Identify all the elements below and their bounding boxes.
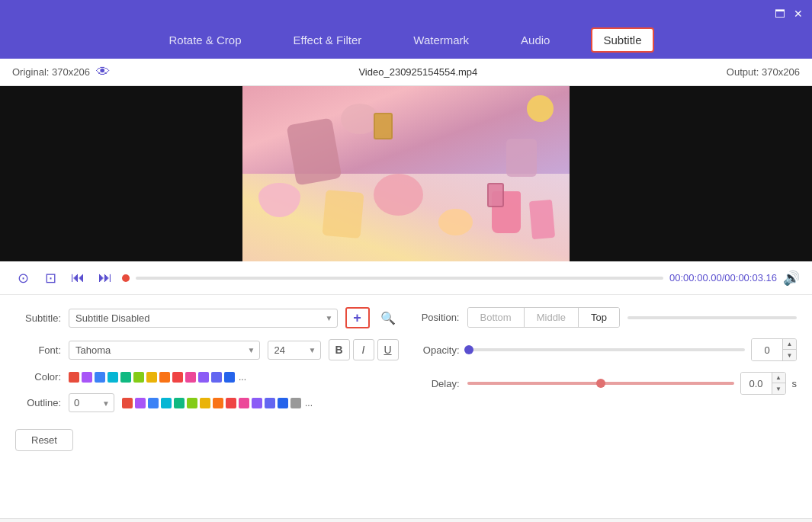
outline-swatch-6[interactable]: [187, 398, 197, 408]
color-swatch-13[interactable]: [224, 372, 235, 383]
video-right-black: [570, 86, 812, 261]
delay-row: Delay: ▲ ▼ s: [414, 372, 798, 395]
color-swatches: ...: [69, 372, 246, 383]
stop-button[interactable]: ⊡: [40, 267, 61, 289]
underline-button[interactable]: U: [377, 339, 399, 360]
color-swatch-7[interactable]: [146, 372, 157, 383]
position-slider[interactable]: [627, 316, 797, 319]
reset-button[interactable]: Reset: [15, 429, 73, 451]
italic-button[interactable]: I: [353, 339, 374, 360]
opacity-value-input[interactable]: [752, 339, 782, 360]
color-swatch-11[interactable]: [198, 372, 209, 383]
color-swatch-10[interactable]: [185, 372, 196, 383]
opacity-slider-row: ▲ ▼: [467, 338, 798, 361]
opacity-label: Opacity:: [414, 344, 460, 356]
subtitle-row: Subtitle: Subtitle Disabled Add Subtitle…: [15, 307, 399, 328]
color-swatch-6[interactable]: [133, 372, 144, 383]
outline-swatch-8[interactable]: [213, 398, 223, 408]
tab-effect-filter-label: Effect & Filter: [294, 34, 362, 46]
right-controls: Position: Bottom Middle Top Opacity:: [414, 307, 798, 506]
tab-subtitle-label: Subtitle: [603, 34, 641, 46]
outline-label: Outline:: [15, 397, 61, 408]
color-swatch-2[interactable]: [82, 372, 92, 383]
search-subtitle-button[interactable]: 🔍: [377, 307, 399, 328]
outline-swatch-9[interactable]: [226, 398, 236, 408]
font-label: Font:: [15, 344, 61, 356]
outline-swatch-13[interactable]: [278, 398, 288, 408]
progress-track[interactable]: [136, 277, 663, 280]
subtitle-label: Subtitle:: [15, 312, 61, 324]
position-middle-button[interactable]: Middle: [525, 308, 579, 327]
outline-color-more-button[interactable]: ...: [305, 398, 313, 408]
tab-rotate-crop[interactable]: Rotate & Crop: [158, 29, 252, 51]
outline-swatch-12[interactable]: [265, 398, 275, 408]
opacity-decrement-button[interactable]: ▼: [782, 350, 796, 360]
left-controls: Subtitle: Subtitle Disabled Add Subtitle…: [15, 307, 399, 506]
color-swatch-3[interactable]: [95, 372, 105, 383]
prev-button[interactable]: ⏮: [67, 267, 88, 289]
outline-swatch-4[interactable]: [161, 398, 172, 408]
delay-decrement-button[interactable]: ▼: [772, 383, 785, 394]
outline-row: Outline: 0 1 2 3 ▼: [15, 393, 399, 412]
add-subtitle-button[interactable]: +: [345, 307, 370, 328]
outline-swatch-7[interactable]: [200, 398, 210, 408]
opacity-spinner: ▲ ▼: [751, 338, 797, 361]
color-swatch-8[interactable]: [159, 372, 170, 383]
position-row: Position: Bottom Middle Top: [414, 307, 798, 328]
delay-spinner-buttons: ▲ ▼: [772, 373, 785, 394]
outline-swatch-14[interactable]: [290, 398, 301, 408]
outline-swatch-11[interactable]: [252, 398, 262, 408]
color-swatch-9[interactable]: [172, 372, 183, 383]
color-swatch-1[interactable]: [69, 372, 79, 383]
delay-slider-thumb: [596, 379, 605, 388]
outline-swatch-5[interactable]: [174, 398, 185, 408]
tab-subtitle[interactable]: Subtitle: [591, 27, 653, 53]
opacity-slider-track[interactable]: [467, 348, 746, 351]
position-bottom-button[interactable]: Bottom: [468, 308, 525, 327]
delay-unit-label: s: [792, 378, 798, 389]
position-slider-wrap: [627, 316, 797, 319]
outline-swatch-10[interactable]: [239, 398, 249, 408]
position-top-button[interactable]: Top: [579, 308, 619, 327]
color-label: Color:: [15, 371, 61, 383]
subtitle-select[interactable]: Subtitle Disabled Add Subtitle: [69, 309, 338, 328]
size-select[interactable]: 24 12 18 36: [268, 341, 321, 360]
opacity-row: Opacity: ▲ ▼: [414, 338, 798, 361]
bold-button[interactable]: B: [329, 339, 350, 360]
font-row: Font: Tahoma Arial Times New Roman ▼ 24 …: [15, 339, 399, 360]
delay-value-input[interactable]: [741, 373, 772, 394]
color-more-button[interactable]: ...: [239, 372, 246, 383]
reset-row: Reset: [15, 423, 399, 451]
color-swatch-12[interactable]: [211, 372, 222, 383]
color-swatch-4[interactable]: [108, 372, 118, 383]
tab-effect-filter[interactable]: Effect & Filter: [283, 29, 373, 51]
outline-swatch-3[interactable]: [148, 398, 159, 408]
tab-audio[interactable]: Audio: [510, 29, 560, 51]
font-select-wrap: Tahoma Arial Times New Roman ▼: [69, 341, 260, 360]
delay-increment-button[interactable]: ▲: [772, 373, 785, 383]
opacity-slider-thumb: [464, 345, 473, 354]
play-button[interactable]: ⊙: [12, 267, 34, 289]
outline-swatch-2[interactable]: [135, 398, 146, 408]
next-button[interactable]: ⏭: [95, 267, 116, 289]
outline-swatch-1[interactable]: [122, 398, 133, 408]
delay-label: Delay:: [414, 378, 460, 389]
minimize-button[interactable]: 🗖: [774, 8, 786, 20]
volume-icon[interactable]: 🔊: [783, 270, 800, 287]
preview-toggle-icon[interactable]: 👁: [96, 64, 110, 80]
tab-watermark[interactable]: Watermark: [403, 29, 480, 51]
output-size-label: Output: 370x206: [727, 66, 800, 78]
opacity-increment-button[interactable]: ▲: [782, 339, 796, 350]
playback-bar: ⊙ ⊡ ⏮ ⏭ 00:00:00.00/00:00:03.16 🔊: [0, 261, 812, 295]
outline-select[interactable]: 0 1 2 3: [69, 393, 114, 412]
controls-panel: Subtitle: Subtitle Disabled Add Subtitle…: [0, 295, 812, 518]
close-button[interactable]: ✕: [792, 8, 804, 20]
original-size-label: Original: 370x206: [12, 66, 90, 78]
video-center: [242, 86, 570, 261]
delay-slider-track[interactable]: [467, 382, 734, 385]
size-select-wrap: 24 12 18 36 ▼: [268, 341, 321, 360]
filename-label: Video_230925154554.mp4: [358, 66, 477, 78]
font-select[interactable]: Tahoma Arial Times New Roman: [69, 341, 260, 360]
title-bar: 🗖 ✕: [0, 0, 812, 27]
color-swatch-5[interactable]: [120, 372, 131, 383]
